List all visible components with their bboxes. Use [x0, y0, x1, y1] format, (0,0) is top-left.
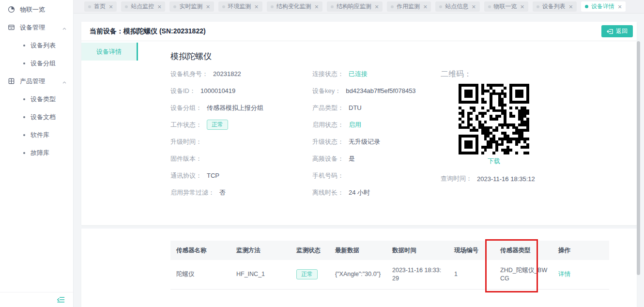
field-value: 否: [219, 188, 226, 197]
tab-label: 站点信息: [445, 2, 468, 11]
collapse-sidebar-icon[interactable]: [57, 296, 65, 305]
tab-device-detail[interactable]: 设备详情×: [581, 1, 626, 12]
tab-device-detail[interactable]: 设备详情: [81, 43, 138, 61]
qr-section: 二维码： 下载: [441, 65, 529, 166]
tab-dot-icon: [271, 5, 274, 8]
field-label: 离线时长：: [312, 188, 344, 197]
field-label: 设备key：: [312, 87, 341, 95]
tab-site-info[interactable]: 站点信息×: [435, 1, 479, 12]
detail-field: 升级状态：无升级记录: [312, 133, 416, 150]
back-button-label: 返回: [616, 27, 628, 35]
tab-environment-monitor[interactable]: 环境监测×: [218, 1, 262, 12]
tab-home[interactable]: 首页×: [84, 1, 117, 12]
sidebar-item-device-list[interactable]: 设备列表: [0, 36, 73, 54]
tab-structure-response-monitor[interactable]: 结构响应监测×: [327, 1, 383, 12]
field-value: bd4234ab7ff5ef5f078453: [346, 87, 415, 94]
tab-label: 环境监测: [228, 2, 251, 11]
device-detail-card: 当前设备：模拟陀螺仪 (SN:20231822) 返回 设备详情 模拟陀螺仪 设…: [81, 22, 637, 225]
tab-dot-icon: [585, 5, 588, 8]
tab-site-monitor[interactable]: 站点监控×: [121, 1, 165, 12]
detail-link[interactable]: 详情: [558, 271, 570, 277]
tab-structure-change-monitor[interactable]: 结构变化监测×: [267, 1, 322, 12]
sensor-table-card: 传感器名称监测方法监测状态最新数据数据时间现场编号传感器类型操作 陀螺仪HF_I…: [81, 229, 637, 307]
scrollbar-thumb[interactable]: [637, 41, 640, 275]
tab-dot-icon: [125, 5, 128, 8]
sidebar-item-label: 软件库: [31, 131, 49, 139]
sidebar-item-device-group[interactable]: 设备分组: [0, 54, 73, 72]
back-button[interactable]: 返回: [601, 25, 633, 37]
table-header-cell: 数据时间: [386, 241, 448, 260]
sidebar-footer: [0, 292, 73, 307]
tab-close-icon[interactable]: ×: [375, 3, 379, 10]
field-label: 手机号码：: [312, 171, 344, 180]
tab-device-list[interactable]: 设备列表×: [533, 1, 577, 12]
cell-status: 正常: [291, 260, 329, 289]
field-label: 设备ID：: [170, 87, 196, 95]
detail-field: 设备ID：1000010419: [170, 82, 263, 99]
sidebar-item-device-management[interactable]: 设备管理: [0, 18, 73, 36]
sidebar-item-device-type[interactable]: 设备类型: [0, 90, 73, 108]
tab-close-icon[interactable]: ×: [569, 3, 573, 10]
table-header-cell: 监测方法: [230, 241, 291, 260]
current-device-title: 当前设备：模拟陀螺仪 (SN:20231822): [90, 27, 206, 36]
tab-dot-icon: [537, 5, 539, 8]
qr-download-link[interactable]: 下载: [459, 157, 529, 166]
table-row: 陀螺仪HF_INC_1正常{"XAngle":"30.0"}2023-11-16…: [170, 260, 609, 289]
field-value: 无升级记录: [349, 138, 380, 146]
query-time-row: 查询时间： 2023-11-16 18:35:12: [441, 174, 535, 183]
tab-close-icon[interactable]: ×: [206, 3, 210, 10]
sidebar-item-label: 设备分组: [31, 59, 56, 68]
tab-label: 结构变化监测: [276, 2, 311, 11]
sidebar-item-label: 设备类型: [31, 95, 56, 104]
tab-close-icon[interactable]: ×: [472, 3, 475, 10]
detail-field: 启用状态：启用: [312, 116, 416, 133]
tab-bar: 首页×站点监控×实时监测×环境监测×结构变化监测×结构响应监测×作用监测×站点信…: [74, 0, 644, 14]
chevron-up-icon: [62, 25, 67, 32]
sidebar-item-device-docs[interactable]: 设备文档: [0, 108, 73, 126]
detail-field: 设备key：bd4234ab7ff5ef5f078453: [312, 82, 416, 99]
sidebar-item-software-lib[interactable]: 软件库: [0, 126, 73, 144]
tab-label: 作用监测: [397, 2, 420, 11]
field-value: 启用: [349, 121, 361, 129]
field-label: 升级时间：: [170, 138, 202, 146]
sidebar-item-fault-lib[interactable]: 故障库: [0, 144, 73, 162]
field-label: 固件版本：: [170, 154, 202, 163]
field-label: 设备机身号：: [170, 70, 208, 78]
tab-close-icon[interactable]: ×: [423, 3, 427, 10]
tab-close-icon[interactable]: ×: [618, 3, 622, 10]
device-name-title: 模拟陀螺仪: [170, 51, 212, 62]
tab-dot-icon: [331, 5, 334, 8]
detail-field: 设备机身号：20231822: [170, 65, 263, 82]
tab-close-icon[interactable]: ×: [255, 3, 259, 10]
tab-close-icon[interactable]: ×: [157, 3, 161, 10]
table-header-row: 传感器名称监测方法监测状态最新数据数据时间现场编号传感器类型操作: [170, 241, 609, 260]
bullet-icon: [23, 152, 25, 154]
tab-label: 设备列表: [542, 2, 566, 11]
tab-label: 物联一览: [494, 2, 517, 11]
tab-close-icon[interactable]: ×: [315, 3, 319, 10]
tab-label: 首页: [94, 2, 106, 11]
tab-label: 实时监测: [179, 2, 202, 11]
tab-close-icon[interactable]: ×: [521, 3, 524, 10]
bullet-icon: [23, 98, 25, 100]
cell-latest-data: {"XAngle":"30.0"}: [329, 260, 386, 289]
bullet-icon: [23, 62, 25, 64]
tab-dot-icon: [488, 5, 491, 8]
detail-fields-col1: 设备机身号：20231822设备ID：1000010419设备分组：传感器模拟上…: [170, 65, 263, 201]
sidebar: 物联一览设备管理设备列表设备分组产品管理设备类型设备文档软件库故障库: [0, 0, 74, 307]
sidebar-item-product-management[interactable]: 产品管理: [0, 72, 73, 90]
tab-realtime-monitor[interactable]: 实时监测×: [169, 1, 214, 12]
sidebar-item-label: 产品管理: [20, 77, 45, 86]
sidebar-item-iot-overview[interactable]: 物联一览: [0, 0, 73, 18]
detail-field: 工作状态：正常: [170, 116, 263, 133]
sidebar-nav: 物联一览设备管理设备列表设备分组产品管理设备类型设备文档软件库故障库: [0, 0, 73, 162]
tab-label: 结构响应监测: [337, 2, 371, 11]
sidebar-item-label: 设备文档: [31, 113, 56, 122]
tab-dot-icon: [391, 5, 394, 8]
tab-action-monitor[interactable]: 作用监测×: [387, 1, 431, 12]
detail-field: 升级时间：: [170, 133, 263, 150]
field-value: 20231822: [213, 70, 241, 77]
tab-close-icon[interactable]: ×: [109, 3, 113, 10]
cell-method: HF_INC_1: [230, 260, 291, 289]
tab-iot-overview[interactable]: 物联一览×: [484, 1, 528, 12]
